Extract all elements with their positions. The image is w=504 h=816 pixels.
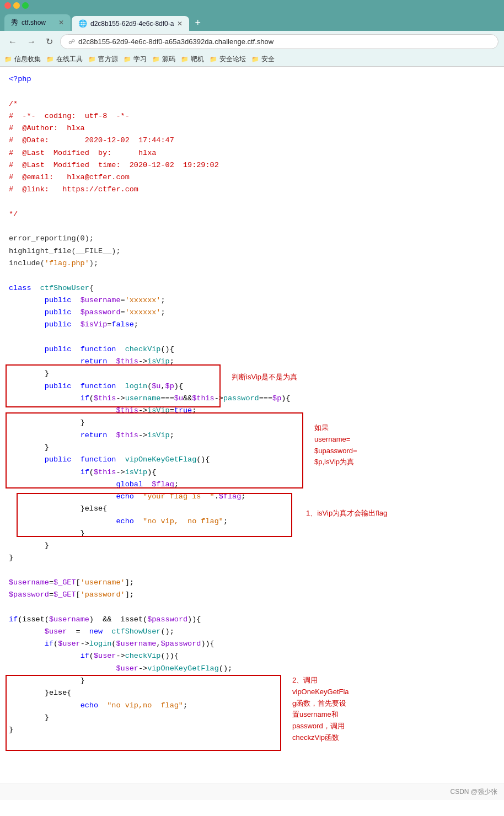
code-line-close-login: } xyxy=(9,442,495,454)
code-line-echo-novip2: echo "no vip,no flag"; xyxy=(9,700,495,712)
code-line-comment9: */ xyxy=(9,208,495,221)
code-line-blank7 xyxy=(9,601,495,613)
new-tab-button[interactable]: + xyxy=(190,15,205,31)
code-line-else2: }else{ xyxy=(9,687,495,699)
code-line-get-pass: $password=$_GET['password']; xyxy=(9,589,495,601)
back-button[interactable]: ← xyxy=(6,36,20,48)
content-area: <?php /* # -*- coding: utf-8 -*- # @Auth… xyxy=(0,67,504,783)
code-line-call-flag: $user->vipOneKeyGetFlag(); xyxy=(9,663,495,675)
code-line-comment8: # @link: https://ctfer.com xyxy=(9,184,495,196)
folder-icon-7: 📁 xyxy=(210,56,217,63)
code-line-echo-flag: echo "your flag is ".$flag; xyxy=(9,491,495,503)
address-text: d2c8b155-62d9-4e6c-8df0-a65a3d6392da.cha… xyxy=(78,37,490,46)
code-line-close-else1: } xyxy=(9,528,495,540)
code-line-close-if: } xyxy=(9,417,495,429)
code-line-comment2: # -*- coding: utf-8 -*- xyxy=(9,110,495,122)
tab1-close[interactable]: ✕ xyxy=(58,19,64,26)
footer-text: CSDN @强少张 xyxy=(450,788,497,796)
bookmark-label-8: 安全 xyxy=(261,55,275,64)
code-line-blank1 xyxy=(9,85,495,98)
code-line-blank4 xyxy=(9,270,495,282)
folder-icon-3: 📁 xyxy=(88,56,96,63)
bookmark-xuexi[interactable]: 📁 学习 xyxy=(124,55,147,64)
tab2-favicon: 🌐 xyxy=(78,19,87,28)
tab-bar: 秀 ctf.show ✕ 🌐 d2c8b155-62d9-4e6c-8df0-a… xyxy=(4,14,500,31)
code-line-return-isvip: return $this->isVip; xyxy=(9,356,495,368)
code-line-comment6: # @Last Modified time: 2020-12-02 19:29:… xyxy=(9,159,495,171)
tab2-title: d2c8b155-62d9-4e6c-8df0-a xyxy=(90,20,174,28)
code-line-vipflag-def: public function vipOneKeyGetFlag(){ xyxy=(9,454,495,466)
code-line-set-isvip: $this->isVip=true; xyxy=(9,405,495,417)
code-line-blank3 xyxy=(9,221,495,233)
code-line-blank2 xyxy=(9,196,495,208)
bookmark-anquan[interactable]: 📁 安全论坛 xyxy=(210,55,246,64)
tab1-title: ctf.show xyxy=(22,19,55,26)
code-line-echo-novip: echo "no vip, no flag"; xyxy=(9,516,495,528)
folder-icon-8: 📁 xyxy=(251,56,259,63)
annotation-2: 如果 username= $upassword= $p,isVip为真 xyxy=(314,422,357,468)
code-line-class: class ctfShowUser{ xyxy=(9,282,495,294)
bookmark-xinxi[interactable]: 📁 信息收集 xyxy=(4,55,41,64)
code-line-if-checkvip: if($user->checkVip()){ xyxy=(9,650,495,662)
code-line-close-main: } xyxy=(9,724,495,736)
code-line-1: <?php xyxy=(9,73,495,85)
folder-icon-1: 📁 xyxy=(4,56,12,63)
code-line-include: include('flag.php'); xyxy=(9,257,495,270)
security-icon: ☍ xyxy=(68,38,75,46)
tab-2[interactable]: 🌐 d2c8b155-62d9-4e6c-8df0-a ✕ xyxy=(72,16,189,31)
folder-icon-2: 📁 xyxy=(46,56,54,63)
annotation-3: 1、isVip为真才会输出flag xyxy=(306,508,387,519)
window-controls xyxy=(4,2,29,9)
browser-chrome: 秀 ctf.show ✕ 🌐 d2c8b155-62d9-4e6c-8df0-a… xyxy=(0,11,504,31)
reload-button[interactable]: ↻ xyxy=(43,35,56,48)
folder-icon-6: 📁 xyxy=(181,56,189,63)
code-line-comment5: # @Last Modified by: hlxa xyxy=(9,147,495,159)
bookmark-baji[interactable]: 📁 靶机 xyxy=(181,55,204,64)
bookmark-label-6: 靶机 xyxy=(191,55,204,64)
code-line-get-user: $username=$_GET['username']; xyxy=(9,577,495,589)
max-btn[interactable] xyxy=(22,2,29,9)
code-line-if-login2: if($user->login($username,$password)){ xyxy=(9,638,495,650)
tab1-favicon: 秀 xyxy=(11,18,18,28)
code-line-close-if2: } xyxy=(9,675,495,687)
bookmark-zaixian[interactable]: 📁 在线工具 xyxy=(46,55,83,64)
bookmark-label-3: 官方源 xyxy=(98,55,118,64)
code-line-close-class: } xyxy=(9,552,495,564)
bookmark-label-5: 源码 xyxy=(162,55,175,64)
bookmark-anquan2[interactable]: 📁 安全 xyxy=(251,55,275,64)
code-line-blank6 xyxy=(9,565,495,577)
code-line-checkvip-def: public function checkVip(){ xyxy=(9,343,495,356)
code-line-if-isset: if(isset($username) && isset($password))… xyxy=(9,614,495,626)
min-btn[interactable] xyxy=(13,2,20,9)
bookmark-label-2: 在线工具 xyxy=(56,55,83,64)
code-line-comment7: # @email: hlxa@ctfer.com xyxy=(9,171,495,184)
bookmark-yuanma[interactable]: 📁 源码 xyxy=(152,55,175,64)
bookmark-guanfang[interactable]: 📁 官方源 xyxy=(88,55,118,64)
code-block: <?php /* # -*- coding: utf-8 -*- # @Auth… xyxy=(9,73,495,736)
code-line-comment4: # @Date: 2020-12-02 17:44:47 xyxy=(9,135,495,147)
code-line-close-else2: } xyxy=(9,712,495,724)
code-line-return-isvip2: return $this->isVip; xyxy=(9,430,495,442)
code-line-isvip: public $isVip=false; xyxy=(9,319,495,331)
annotation-1: 判断isVip是不是为真 xyxy=(232,372,297,383)
code-line-blank5 xyxy=(9,331,495,343)
code-line-if-login: if($this->username===$u&&$this->password… xyxy=(9,393,495,405)
bookmark-label-4: 学习 xyxy=(133,55,147,64)
close-btn[interactable] xyxy=(4,2,11,9)
code-line-highlight: highlight_file(__FILE__); xyxy=(9,245,495,257)
folder-icon-4: 📁 xyxy=(124,56,131,63)
bookmarks-bar: 📁 信息收集 📁 在线工具 📁 官方源 📁 学习 📁 源码 📁 靶机 📁 安全论… xyxy=(0,52,504,67)
address-bar-row: ← → ↻ ☍ d2c8b155-62d9-4e6c-8df0-a65a3d63… xyxy=(0,31,504,52)
code-line-close-vipflag: } xyxy=(9,540,495,552)
folder-icon-5: 📁 xyxy=(152,56,160,63)
address-bar[interactable]: ☍ d2c8b155-62d9-4e6c-8df0-a65a3d6392da.c… xyxy=(60,34,498,49)
browser-top xyxy=(0,0,504,11)
code-line-comment1: /* xyxy=(9,98,495,110)
bookmark-label-7: 安全论坛 xyxy=(219,55,246,64)
code-line-else1: }else{ xyxy=(9,503,495,515)
code-line-comment3: # @Author: hlxa xyxy=(9,122,495,135)
tab-1[interactable]: 秀 ctf.show ✕ xyxy=(4,14,71,31)
forward-button[interactable]: → xyxy=(24,36,39,48)
tab2-close[interactable]: ✕ xyxy=(177,20,183,28)
code-line-error: error_reporting(0); xyxy=(9,233,495,245)
